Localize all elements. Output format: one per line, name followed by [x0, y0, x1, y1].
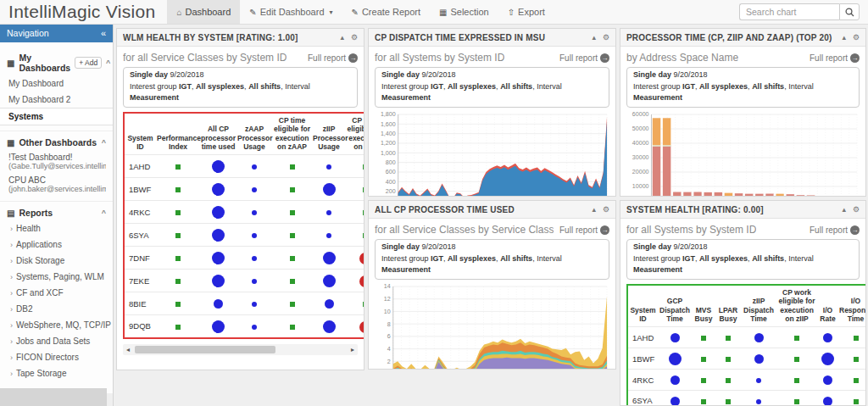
nav-item-selection[interactable]: ▦Selection [430, 0, 498, 24]
search-button[interactable] [839, 3, 860, 20]
marker-blue-dot-large[interactable] [212, 229, 225, 242]
rating-cell[interactable] [312, 155, 346, 178]
marker-blue-dot-large[interactable] [323, 183, 336, 196]
rating-cell[interactable] [346, 155, 364, 178]
marker-blue-dot-small[interactable] [756, 378, 761, 383]
rating-cell[interactable] [236, 270, 272, 292]
rating-cell[interactable] [776, 327, 817, 348]
rating-cell[interactable] [272, 292, 312, 315]
rating-cell[interactable] [817, 370, 838, 391]
gear-icon[interactable]: ⚙ [351, 34, 358, 42]
sidebar-item-shared-dashboard[interactable]: !Test Dashboard!(Gabe.Tully@services.int… [0, 150, 113, 173]
rating-cell[interactable] [156, 270, 200, 292]
marker-blue-dot-large[interactable] [669, 353, 682, 365]
nav-item-dashboard[interactable]: ⌂Dashboard [167, 0, 240, 24]
sidebar-item-report-ficon-directors[interactable]: ›FICON Directors [0, 349, 113, 365]
rating-cell[interactable] [200, 270, 236, 292]
rating-cell[interactable] [236, 201, 272, 224]
sidebar-item-my-dashboard-2[interactable]: My Dashboard 2 [0, 92, 113, 108]
rating-cell[interactable] [346, 292, 364, 315]
marker-blue-dot-medium[interactable] [670, 333, 680, 342]
rating-cell[interactable] [156, 224, 200, 247]
rating-cell[interactable]: ! [346, 315, 364, 338]
sidebar-item-shared-dashboard[interactable]: CPU ABC(john.baker@services.intellimagic… [0, 173, 113, 196]
marker-blue-dot-medium[interactable] [823, 397, 832, 406]
marker-blue-dot-small[interactable] [252, 256, 257, 261]
rating-cell[interactable] [658, 348, 692, 370]
nav-item-edit-dashboard[interactable]: ✎Edit Dashboard▾ [240, 0, 342, 24]
marker-green-square-ok[interactable] [175, 187, 181, 192]
rating-cell[interactable] [346, 201, 364, 224]
marker-blue-dot-large[interactable] [212, 320, 225, 333]
sidebar-item-systems[interactable]: Systems [0, 108, 113, 125]
add-dashboard-button[interactable]: + Add [75, 57, 102, 69]
rating-cell[interactable] [236, 224, 272, 247]
marker-blue-dot-large[interactable] [212, 183, 225, 196]
marker-red-alert[interactable]: ! [359, 321, 364, 333]
marker-blue-dot-small[interactable] [252, 325, 257, 330]
marker-blue-dot-small[interactable] [252, 187, 257, 192]
marker-blue-dot-small[interactable] [252, 164, 257, 170]
marker-green-square-ok[interactable] [290, 187, 295, 192]
rating-cell[interactable] [272, 155, 312, 178]
rating-cell[interactable] [156, 201, 200, 224]
rating-cell[interactable] [272, 201, 312, 224]
panel-header[interactable]: CP DISPATCH TIME EXPRESSED IN MSU ▴ ⚙ [369, 29, 615, 47]
rating-cell[interactable] [838, 370, 866, 391]
nav-item-export[interactable]: ⇧Export [498, 0, 554, 24]
sidebar-item-report-systems-paging-wlm[interactable]: ›Systems, Paging, WLM [0, 269, 113, 285]
sidebar-item-report-db2[interactable]: ›DB2 [0, 301, 113, 317]
marker-blue-dot-small[interactable] [252, 279, 257, 284]
marker-blue-dot-medium[interactable] [670, 397, 680, 406]
rating-cell[interactable]: ! [346, 270, 364, 292]
marker-green-square-ok[interactable] [290, 210, 295, 215]
marker-blue-dot-large[interactable] [212, 206, 225, 219]
rating-cell[interactable] [200, 178, 236, 201]
rating-cell[interactable] [817, 391, 838, 406]
horizontal-scrollbar[interactable]: ◂ ▸ [123, 344, 358, 355]
rating-cell[interactable] [817, 348, 838, 370]
full-report-link[interactable]: Full report → [559, 53, 609, 63]
chevron-up-icon[interactable]: ^ [102, 209, 106, 217]
marker-green-square-ok[interactable] [290, 233, 295, 238]
marker-green-square-ok[interactable] [363, 187, 364, 192]
marker-green-square-ok[interactable] [701, 378, 706, 383]
marker-blue-dot-small[interactable] [252, 302, 257, 307]
marker-blue-dot-large[interactable] [821, 353, 834, 365]
rating-cell[interactable] [776, 348, 817, 370]
marker-green-square-ok[interactable] [701, 336, 706, 341]
rating-cell[interactable] [156, 292, 200, 315]
marker-green-square-ok[interactable] [794, 378, 799, 383]
rating-cell[interactable] [156, 155, 200, 178]
rating-cell[interactable] [200, 224, 236, 247]
marker-blue-dot-medium[interactable] [670, 375, 680, 385]
marker-blue-dot-medium[interactable] [754, 354, 764, 364]
rating-cell[interactable] [715, 370, 741, 391]
marker-green-square-ok[interactable] [701, 399, 706, 404]
sidebar-item-report-applications[interactable]: ›Applications [0, 236, 113, 253]
rating-cell[interactable] [272, 224, 312, 247]
marker-green-square-ok[interactable] [175, 325, 181, 330]
rating-cell[interactable] [312, 201, 346, 224]
marker-blue-dot-small[interactable] [326, 164, 331, 170]
rating-cell[interactable] [200, 247, 236, 270]
marker-blue-dot-small[interactable] [326, 210, 331, 215]
nav-item-create-report[interactable]: ✎Create Report [342, 0, 430, 24]
marker-blue-dot-large[interactable] [212, 160, 225, 173]
marker-blue-dot-large[interactable] [323, 252, 336, 264]
marker-green-square-ok[interactable] [175, 302, 181, 307]
marker-green-square-ok[interactable] [794, 336, 799, 341]
marker-blue-dot-medium[interactable] [823, 333, 832, 342]
rating-cell[interactable] [236, 292, 272, 315]
marker-green-square-ok[interactable] [701, 357, 706, 362]
marker-green-square-ok[interactable] [175, 279, 181, 284]
full-report-link[interactable]: Full report → [810, 225, 860, 235]
gear-icon[interactable]: ⚙ [603, 34, 609, 42]
rating-cell[interactable] [715, 391, 741, 406]
full-report-link[interactable]: Full report → [308, 53, 358, 63]
marker-red-alert[interactable]: ! [359, 253, 364, 264]
rating-cell[interactable] [658, 370, 692, 391]
sidebar-item-my-dashboard[interactable]: My Dashboard [0, 75, 113, 92]
marker-green-square-ok[interactable] [794, 399, 799, 404]
rating-cell[interactable] [200, 292, 236, 315]
